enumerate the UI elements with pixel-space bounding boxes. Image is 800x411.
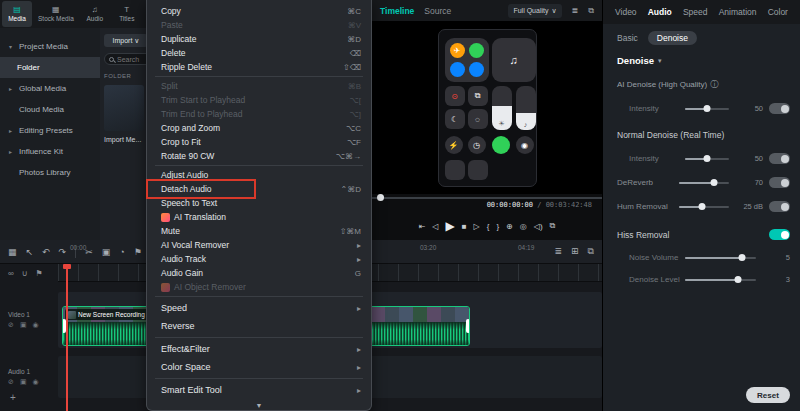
scrubber-handle[interactable]	[377, 194, 384, 201]
track-visibility-icon[interactable]: ◉	[33, 321, 39, 329]
sidebar-item-global-media[interactable]: ▸ Global Media	[0, 78, 100, 99]
grid-view-icon[interactable]: ⊞	[571, 246, 579, 257]
preview-scrubber[interactable]	[372, 197, 602, 199]
menu-item-copy[interactable]: Copy⌘C	[147, 4, 371, 18]
menu-item-ai-vocal-remover[interactable]: AI Vocal Remover▸	[147, 238, 371, 252]
denoise-level-slider[interactable]	[685, 279, 756, 281]
menu-item-audio-track[interactable]: Audio Track▸	[147, 252, 371, 266]
hum-removal-toggle[interactable]	[769, 201, 790, 212]
hum-removal-slider[interactable]	[679, 206, 729, 208]
ai-denoise-toggle[interactable]	[769, 103, 790, 114]
tab-titles[interactable]: T Titles	[112, 1, 142, 27]
tab-stock-media[interactable]: ▦ Stock Media	[34, 1, 78, 27]
reset-button[interactable]: Reset	[746, 387, 790, 403]
subtab-basic[interactable]: Basic	[617, 33, 638, 43]
noise-volume-slider[interactable]	[685, 257, 756, 259]
previous-frame-icon[interactable]: ◁	[432, 222, 438, 231]
menu-item-crop-to-fit[interactable]: Crop to Fit⌥F	[147, 135, 371, 149]
fullscreen-icon[interactable]: ⧉	[550, 221, 556, 231]
dereverb-slider[interactable]	[679, 182, 729, 184]
menu-item-crop-and-zoom[interactable]: Crop and Zoom⌥C	[147, 121, 371, 135]
tab-color[interactable]: Color	[768, 7, 788, 17]
sidebar-item-influence-kit[interactable]: ▸ Influence Kit	[0, 141, 100, 162]
subtab-denoise[interactable]: Denoise	[648, 31, 697, 45]
tab-audio-settings[interactable]: Audio	[648, 7, 672, 17]
menu-item-rotate-90-cw[interactable]: Rotate 90 CW⌥⌘→	[147, 149, 371, 163]
menu-item-smart-edit-tool[interactable]: Smart Edit Tool▸	[147, 381, 371, 399]
volume-icon[interactable]: ◁)	[534, 222, 543, 231]
sidebar-item-editing-presets[interactable]: ▸ Editing Presets	[0, 120, 100, 141]
playhead[interactable]	[66, 264, 68, 411]
render-preview-icon[interactable]: ≣	[554, 246, 562, 257]
tab-animation[interactable]: Animation	[719, 7, 757, 17]
track-lock-icon[interactable]: ▣	[20, 321, 27, 329]
menu-item-split[interactable]: Split⌘B	[147, 79, 371, 93]
menu-item-trim-end[interactable]: Trim End to Playhead⌥]	[147, 107, 371, 121]
menu-item-mute[interactable]: Mute⇧⌘M	[147, 224, 371, 238]
tab-timeline[interactable]: Timeline	[380, 6, 414, 16]
track-manager-icon[interactable]: ▦	[8, 247, 17, 257]
track-mute-icon[interactable]: ⊘	[8, 378, 14, 386]
quality-selector[interactable]: Full Quality ∨	[508, 4, 561, 18]
track-visibility-icon[interactable]: ◉	[33, 378, 39, 386]
mixer-icon[interactable]: ⧉	[588, 246, 594, 257]
track-mute-icon[interactable]: ⊘	[8, 321, 14, 329]
next-frame-icon[interactable]: ▷	[474, 222, 480, 231]
ruler-label: 03:20	[420, 244, 436, 251]
menu-item-trim-start[interactable]: Trim Start to Playhead⌥[	[147, 93, 371, 107]
menu-item-delete[interactable]: Delete⌫	[147, 46, 371, 60]
menu-item-paste[interactable]: Paste⌘V	[147, 18, 371, 32]
razor-tool-icon[interactable]: ✂	[85, 247, 93, 257]
sidebar-item-cloud-media[interactable]: Cloud Media	[0, 99, 100, 120]
tab-video[interactable]: Video	[615, 7, 637, 17]
redo-icon[interactable]: ↷	[59, 247, 67, 257]
tab-speed[interactable]: Speed	[683, 7, 708, 17]
tab-media[interactable]: ▤ Media	[2, 1, 32, 27]
import-button[interactable]: Import ∨	[104, 34, 148, 47]
crop-icon[interactable]: ▣	[102, 247, 111, 257]
add-track-button[interactable]: +	[10, 392, 16, 403]
normal-denoise-toggle[interactable]	[769, 153, 790, 164]
menu-item-effect-filter[interactable]: Effect&Filter▸	[147, 340, 371, 358]
intensity-slider[interactable]	[685, 158, 729, 160]
info-icon[interactable]: ⓘ	[710, 79, 718, 90]
mark-out-icon[interactable]: }	[496, 222, 499, 231]
media-thumbnail[interactable]	[104, 85, 144, 131]
stop-button[interactable]: ■	[462, 222, 467, 231]
speed-icon[interactable]: ◔	[119, 247, 124, 257]
menu-item-duplicate[interactable]: Duplicate⌘D	[147, 32, 371, 46]
menu-item-ripple-delete[interactable]: Ripple Delete⇧⌫	[147, 60, 371, 74]
link-clips-icon[interactable]: ∞	[8, 269, 14, 278]
hiss-removal-toggle[interactable]	[769, 229, 790, 240]
marker-icon[interactable]: ⚑	[134, 247, 142, 257]
menu-item-reverse[interactable]: Reverse	[147, 317, 371, 335]
sidebar-item-photos-library[interactable]: Photos Library	[0, 162, 100, 183]
mark-in-icon[interactable]: {	[487, 222, 490, 231]
menu-item-color-space[interactable]: Color Space▸	[147, 358, 371, 376]
sidebar-item-folder[interactable]: Folder	[0, 57, 100, 78]
denoise-section-header[interactable]: Denoise ▾	[617, 55, 790, 66]
clip-trim-handle-right[interactable]	[466, 319, 470, 333]
intensity-slider[interactable]	[685, 108, 729, 110]
menu-item-ai-translation[interactable]: AI Translation	[147, 210, 371, 224]
zoom-icon[interactable]: ⊕	[506, 222, 513, 231]
undo-icon[interactable]: ↶	[42, 247, 50, 257]
play-button[interactable]: ▶	[446, 219, 455, 233]
dereverb-toggle[interactable]	[769, 177, 790, 188]
menu-item-ai-object-remover[interactable]: AI Object Remover	[147, 280, 371, 294]
previous-edit-icon[interactable]: ⇤	[419, 222, 426, 231]
menu-item-speed[interactable]: Speed▸	[147, 299, 371, 317]
track-lock-icon[interactable]: ▣	[20, 378, 27, 386]
menu-item-audio-gain[interactable]: Audio GainG	[147, 266, 371, 280]
tab-audio[interactable]: ♫ Audio	[80, 1, 110, 27]
pointer-tool-icon[interactable]: ↖	[26, 247, 34, 257]
dual-screen-icon[interactable]: ⧉	[588, 6, 594, 16]
snapshot-icon[interactable]: ◎	[520, 222, 527, 231]
menu-label: Split	[161, 81, 178, 91]
display-settings-icon[interactable]: ≣	[572, 6, 579, 15]
magnet-snap-icon[interactable]: ∪	[22, 269, 28, 278]
sidebar-item-project-media[interactable]: ▾ Project Media	[0, 36, 100, 57]
menu-scroll-down-icon[interactable]: ▼	[147, 402, 371, 409]
tab-source[interactable]: Source	[424, 6, 451, 16]
marker-flag-icon[interactable]: ⚑	[36, 269, 43, 278]
